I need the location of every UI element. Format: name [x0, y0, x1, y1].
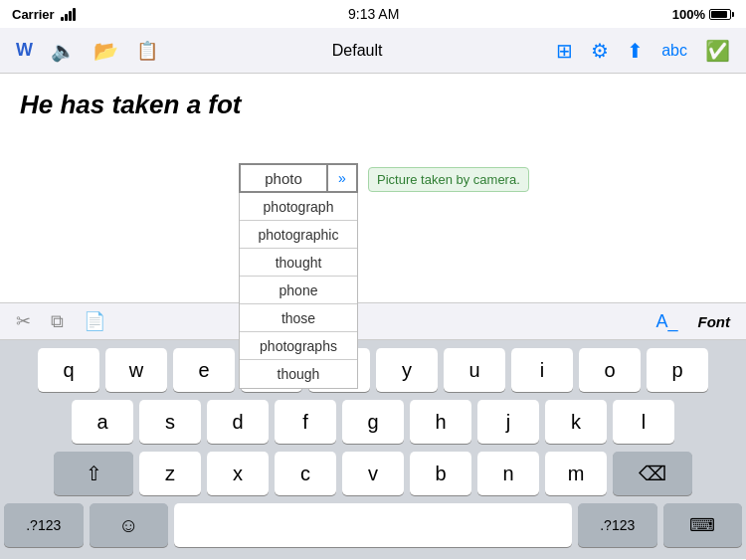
- autocomplete-item[interactable]: thought: [240, 249, 357, 277]
- space-key[interactable]: [174, 503, 572, 547]
- scissors-icon[interactable]: ✂: [16, 310, 31, 332]
- shift-key[interactable]: ⇧: [54, 452, 133, 495]
- status-right: 100%: [672, 7, 734, 22]
- numbers-key[interactable]: .?123: [4, 503, 84, 547]
- keyboard: q w e r t y u i o p a s d f g h j k l ⇧ …: [0, 340, 746, 559]
- battery-percent: 100%: [672, 7, 705, 22]
- autocomplete-item[interactable]: though: [240, 360, 357, 388]
- key-b[interactable]: b: [410, 452, 471, 495]
- key-v[interactable]: v: [342, 452, 404, 495]
- autocomplete-arrow-button[interactable]: »: [328, 163, 358, 193]
- key-w[interactable]: w: [105, 348, 167, 392]
- key-p[interactable]: p: [647, 348, 708, 392]
- bottom-toolbar-right: A_ Font: [655, 311, 730, 332]
- key-d[interactable]: d: [207, 400, 269, 444]
- keyboard-row-2: a s d f g h j k l: [4, 400, 742, 444]
- keyboard-row-1: q w e r t y u i o p: [4, 348, 742, 392]
- document-area[interactable]: He has taken a fot photo » Picture taken…: [0, 74, 746, 302]
- key-z[interactable]: z: [139, 452, 201, 495]
- autocomplete-item[interactable]: phone: [240, 277, 357, 304]
- numbers-key-right[interactable]: .?123: [578, 503, 657, 547]
- key-l[interactable]: l: [613, 400, 674, 444]
- copy-icon[interactable]: 📋: [136, 40, 158, 62]
- emoji-key[interactable]: ☺: [90, 503, 169, 547]
- autocomplete-tooltip: Picture taken by camera.: [368, 167, 529, 192]
- carrier-label: Carrier: [12, 7, 55, 22]
- check-icon[interactable]: ✅: [705, 39, 730, 63]
- backspace-key[interactable]: ⌫: [613, 452, 692, 495]
- key-u[interactable]: u: [444, 348, 505, 392]
- key-n[interactable]: n: [477, 452, 539, 495]
- folder-icon[interactable]: 📂: [93, 39, 118, 63]
- toolbar-left: W 🔈 📂 📋: [16, 39, 158, 63]
- arrow-icon: »: [338, 170, 346, 186]
- settings-icon[interactable]: ⚙: [591, 39, 609, 63]
- autocomplete-item[interactable]: photographs: [240, 332, 357, 360]
- key-f[interactable]: f: [275, 400, 336, 444]
- key-x[interactable]: x: [207, 452, 269, 495]
- font-button[interactable]: Font: [698, 313, 730, 330]
- bottom-toolbar: ✂ ⧉ 📄 A_ Font: [0, 302, 746, 340]
- tooltip-text: Picture taken by camera.: [377, 172, 520, 187]
- wifi-icon: [61, 8, 76, 21]
- paste-icon[interactable]: 📄: [84, 310, 105, 332]
- key-y[interactable]: y: [376, 348, 438, 392]
- autocomplete-list: photographphotographicthoughtphonethosep…: [239, 193, 358, 389]
- key-s[interactable]: s: [139, 400, 201, 444]
- key-j[interactable]: j: [477, 400, 539, 444]
- autocomplete-container: photo » Picture taken by camera. photogr…: [239, 163, 358, 389]
- autocomplete-item[interactable]: those: [240, 304, 357, 332]
- volume-icon[interactable]: 🔈: [51, 39, 76, 63]
- key-c[interactable]: c: [275, 452, 336, 495]
- document-text: He has taken a fot: [20, 90, 726, 120]
- font-color-button[interactable]: A_: [655, 311, 677, 332]
- key-h[interactable]: h: [410, 400, 471, 444]
- battery-icon: [709, 9, 734, 20]
- keyboard-row-3: ⇧ z x c v b n m ⌫: [4, 452, 742, 495]
- key-e[interactable]: e: [173, 348, 235, 392]
- autocomplete-input-value: photo: [265, 170, 302, 187]
- key-k[interactable]: k: [545, 400, 607, 444]
- key-i[interactable]: i: [511, 348, 573, 392]
- keyboard-dismiss-key[interactable]: ⌨: [663, 503, 743, 547]
- keyboard-alt-icon[interactable]: abc: [661, 42, 687, 60]
- copy2-icon[interactable]: ⧉: [51, 311, 64, 332]
- toolbar-right: ⊞ ⚙ ⬆ abc ✅: [556, 39, 730, 63]
- key-q[interactable]: q: [38, 348, 99, 392]
- grid-icon[interactable]: ⊞: [556, 39, 573, 63]
- toolbar-title: Default: [332, 42, 383, 60]
- key-o[interactable]: o: [579, 348, 641, 392]
- key-a[interactable]: a: [72, 400, 133, 444]
- main-toolbar: W 🔈 📂 📋 Default ⊞ ⚙ ⬆ abc ✅: [0, 28, 746, 74]
- status-bar: Carrier 9:13 AM 100%: [0, 0, 746, 28]
- bottom-toolbar-left: ✂ ⧉ 📄: [16, 310, 105, 332]
- autocomplete-item[interactable]: photographic: [240, 221, 357, 249]
- autocomplete-input-row: photo » Picture taken by camera.: [239, 163, 358, 193]
- status-left: Carrier: [12, 7, 76, 22]
- key-g[interactable]: g: [342, 400, 404, 444]
- keyboard-row-4: .?123 ☺ .?123 ⌨: [4, 503, 742, 547]
- autocomplete-item[interactable]: photograph: [240, 193, 357, 221]
- word-icon[interactable]: W: [16, 40, 33, 61]
- autocomplete-input-box[interactable]: photo: [239, 163, 328, 193]
- status-time: 9:13 AM: [348, 6, 399, 22]
- share-icon[interactable]: ⬆: [627, 39, 644, 63]
- key-m[interactable]: m: [545, 452, 607, 495]
